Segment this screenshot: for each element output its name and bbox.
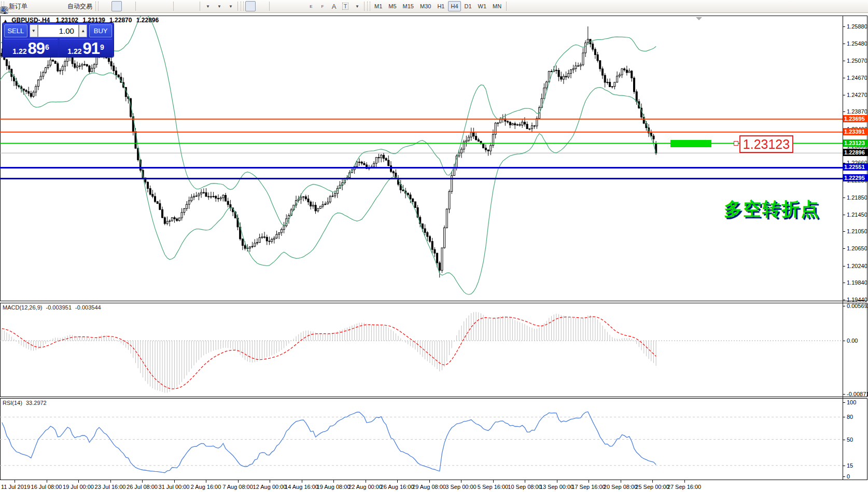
timeframe-m5-button[interactable]: M5 xyxy=(386,1,399,11)
time-tick-label: 7 Aug 08:00 xyxy=(222,484,253,490)
trendline-button[interactable] xyxy=(295,1,305,11)
rsi-label: RSI(14) 33.2972 xyxy=(3,400,47,406)
price-tick xyxy=(843,266,845,266)
hline-price-tag: 1.23695 xyxy=(843,115,868,122)
time-tick-label: 12 Aug 00:00 xyxy=(253,484,287,490)
bar-chart-button[interactable] xyxy=(100,1,110,11)
arrows-button[interactable]: ▼ xyxy=(352,1,362,11)
toolbar-grip[interactable] xyxy=(367,2,370,11)
templates-button[interactable]: ▼ xyxy=(225,1,235,11)
price-label: 1.21850 xyxy=(847,194,867,201)
sell-price-sup: 6 xyxy=(45,39,49,55)
timeframe-h1-button[interactable]: H1 xyxy=(435,1,447,11)
horizontal-line-button[interactable] xyxy=(283,1,293,11)
chat-button[interactable] xyxy=(854,1,864,11)
volume-input[interactable]: 1.00 xyxy=(38,24,79,37)
tile-windows-button[interactable] xyxy=(161,1,171,11)
price-label: 1.19440 xyxy=(847,297,867,303)
vertical-line-button[interactable] xyxy=(272,1,282,11)
price-label: 1.23870 xyxy=(847,108,867,115)
timeframe-d1-button[interactable]: D1 xyxy=(462,1,474,11)
time-tick-label: 23 Jul 16:00 xyxy=(95,484,126,490)
price-label: 1.24670 xyxy=(847,75,867,81)
volume-decrease-button[interactable]: ▼ xyxy=(30,24,38,37)
search-button[interactable] xyxy=(843,1,853,11)
price-callout-box[interactable]: 1.23123 xyxy=(739,135,793,153)
text-label-button[interactable]: T xyxy=(340,1,351,11)
ohlc-close: 1.22896 xyxy=(136,17,159,24)
macd-label: MACD(12,26,9) -0.003951 -0.003544 xyxy=(3,304,101,311)
channel-button[interactable]: E xyxy=(306,1,316,11)
time-tick xyxy=(684,480,685,483)
chart-shift-button[interactable] xyxy=(187,1,198,11)
market-watch-button[interactable] xyxy=(41,1,52,11)
time-tick xyxy=(142,480,143,483)
sell-button[interactable]: SELL xyxy=(4,24,27,37)
time-tick-label: 5 Sep 16:00 xyxy=(478,484,508,490)
zoom-out-button[interactable] xyxy=(149,1,160,11)
cursor-button[interactable] xyxy=(245,1,256,11)
sell-price-prefix: 1.22 xyxy=(12,47,26,56)
zoom-in-button[interactable] xyxy=(138,1,148,11)
time-tick-label: 29 Aug 08:00 xyxy=(412,484,446,490)
time-tick xyxy=(366,480,366,483)
timeframe-m1-button[interactable]: M1 xyxy=(372,1,385,11)
volume-increase-button[interactable]: ▲ xyxy=(79,24,87,37)
time-tick xyxy=(589,480,589,483)
charts-profile-button[interactable] xyxy=(30,1,40,11)
macd-plot[interactable] xyxy=(0,303,843,397)
indicators-button[interactable]: ▼ xyxy=(202,1,213,11)
rsi-plot[interactable] xyxy=(0,399,843,480)
dropdown-caret-icon: ▼ xyxy=(217,4,221,9)
rsi-tick xyxy=(843,402,845,403)
toolbar-grip[interactable] xyxy=(95,2,99,11)
buy-price-display[interactable]: 1.22 91 9 xyxy=(60,39,112,57)
time-tick-label: 27 Sep 16:00 xyxy=(667,484,701,490)
macd-tick xyxy=(843,306,845,306)
sell-price-display[interactable]: 1.22 89 6 xyxy=(4,39,58,57)
time-tick xyxy=(270,480,270,483)
chinese-annotation[interactable]: 多空转折点 xyxy=(724,197,820,221)
toolbar-grip[interactable] xyxy=(241,2,244,11)
candlestick-chart-button[interactable] xyxy=(111,1,122,11)
text-button[interactable]: A xyxy=(329,1,339,11)
time-tick xyxy=(238,480,239,483)
timeframe-h4-button[interactable]: H4 xyxy=(448,1,460,11)
timeframe-mn-button[interactable]: MN xyxy=(490,1,504,11)
dropdown-caret-icon: ▼ xyxy=(206,4,210,9)
time-tick xyxy=(302,480,302,483)
auto-trading-button[interactable]: 自动交易 xyxy=(64,1,94,11)
data-window-button[interactable] xyxy=(53,1,63,11)
time-tick xyxy=(525,480,525,483)
price-tick xyxy=(843,78,845,78)
macd-label: -0.008717 xyxy=(847,391,868,397)
main-plot[interactable] xyxy=(0,16,843,301)
price-tick xyxy=(843,300,845,300)
time-axis: 11 Jul 201916 Jul 08:0019 Jul 00:0023 Ju… xyxy=(0,480,868,492)
time-tick-label: 11 Jul 2019 xyxy=(1,484,30,490)
price-tick xyxy=(843,26,845,27)
callout-anchor-handle[interactable] xyxy=(734,141,738,146)
crosshair-button[interactable] xyxy=(257,1,267,11)
periods-button[interactable]: ▼ xyxy=(214,1,224,11)
price-label: 1.21050 xyxy=(847,228,867,234)
price-label: 1.21450 xyxy=(847,212,867,218)
auto-scroll-button[interactable] xyxy=(176,1,186,11)
price-tick xyxy=(843,111,845,112)
price-tick xyxy=(843,44,845,44)
time-tick xyxy=(461,480,461,483)
timeframe-w1-button[interactable]: W1 xyxy=(475,1,489,11)
timeframe-m15-button[interactable]: M15 xyxy=(400,1,416,11)
hline-price-tag: 1.23123 xyxy=(843,139,868,147)
time-tick-label: 2 Aug 16:00 xyxy=(191,484,221,490)
timeframe-m30-button[interactable]: M30 xyxy=(417,1,433,11)
time-tick-label: 17 Sep 16:00 xyxy=(571,484,605,490)
price-label: 1.20650 xyxy=(847,245,867,251)
rsi-label: 50 xyxy=(847,437,853,443)
fibonacci-button[interactable]: F xyxy=(317,1,328,11)
auto-trading-label: 自动交易 xyxy=(67,2,92,11)
time-tick-label: 19 Aug 08:00 xyxy=(317,484,351,490)
buy-button[interactable]: BUY xyxy=(89,24,112,37)
line-chart-button[interactable] xyxy=(123,1,133,11)
time-tick xyxy=(47,480,47,483)
